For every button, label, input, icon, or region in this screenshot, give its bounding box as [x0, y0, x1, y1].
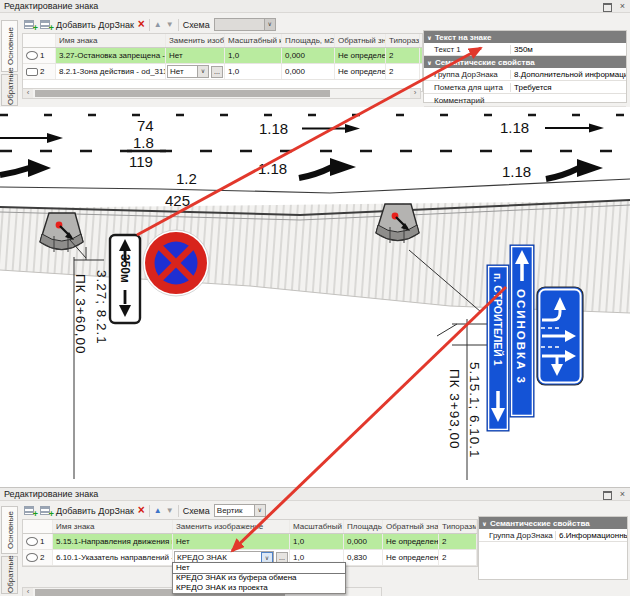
- collapse-icon[interactable]: ∨: [427, 59, 432, 66]
- scheme-label: Схема: [183, 506, 210, 516]
- scroll-left-icon[interactable]: ‹: [23, 588, 33, 596]
- col-reverse[interactable]: Обратный знак: [335, 34, 386, 47]
- dropdown-option[interactable]: КРЕДО ЗНАК из проекта: [173, 583, 345, 593]
- size-cell[interactable]: 2: [439, 534, 477, 549]
- sign-6-10-1-direction[interactable]: п. СТРОИТЕЛЕЙ 1 ОСИНОВКА 3: [487, 245, 534, 431]
- sign-3-27-no-stopping[interactable]: [143, 230, 209, 296]
- marking-label: 119: [129, 153, 153, 170]
- replace-cell[interactable]: Нет: [166, 48, 225, 63]
- sign-name-cell[interactable]: 3.27-Остановка запрещена - od_106: [56, 48, 166, 63]
- sign-name-cell[interactable]: 8.2.1-Зона действия - od_311: [56, 64, 166, 79]
- col-scale[interactable]: Масштабный ко: [290, 520, 344, 533]
- replace-cell[interactable]: Нет∨ ...: [166, 64, 225, 79]
- size-cell[interactable]: 2: [439, 550, 477, 565]
- sign-plate-8-2-1[interactable]: 350м: [110, 235, 140, 323]
- restore-icon[interactable]: [603, 3, 612, 14]
- combo-arrow-icon[interactable]: ∨: [197, 66, 208, 77]
- col-name[interactable]: Имя знака: [56, 34, 166, 47]
- col-area[interactable]: Площадь, м2: [282, 34, 335, 47]
- prop-value[interactable]: 350м: [510, 45, 626, 54]
- text-on-sign-header[interactable]: ∨Текст на знаке: [424, 31, 626, 43]
- prop-value[interactable]: Требуется: [510, 83, 626, 92]
- col-size[interactable]: Типораз: [386, 34, 420, 47]
- scale-cell[interactable]: 1,0: [290, 534, 344, 549]
- replace-combobox[interactable]: Нет∨: [167, 65, 209, 78]
- horizontal-scrollbar[interactable]: ‹ ›: [22, 88, 421, 99]
- scheme-select[interactable]: Вертик∨: [214, 504, 266, 517]
- area-cell: 0,000: [344, 534, 383, 549]
- move-down-icon[interactable]: ▼: [166, 506, 174, 516]
- col-size[interactable]: Типоразмер: [439, 520, 477, 533]
- marking-label: 1.2: [176, 170, 197, 187]
- size-cell[interactable]: 2: [386, 64, 420, 79]
- prop-value[interactable]: 6.Информационные: [555, 531, 627, 540]
- close-icon[interactable]: ×: [620, 490, 625, 499]
- semantic-props-header[interactable]: ∨Семантические свойства: [479, 517, 627, 529]
- toolbar: Добавить ДорЗнак × ▲ ▼ Схема Вертик∨: [24, 502, 266, 519]
- panel-title: Редактирование знака: [4, 1, 98, 11]
- close-icon[interactable]: ×: [620, 2, 625, 11]
- restore-icon[interactable]: [603, 491, 612, 502]
- delete-sign-icon[interactable]: ×: [138, 19, 145, 30]
- insert-row-icon-2[interactable]: [40, 19, 52, 30]
- scale-cell[interactable]: 1,0: [225, 48, 282, 63]
- semantic-props-header[interactable]: ∨Семантические свойства: [424, 56, 626, 68]
- tab-main-side[interactable]: Основные: [1, 20, 18, 72]
- panel-titlebar: Редактирование знака ×: [0, 0, 630, 13]
- tab-main-side[interactable]: Основные: [1, 506, 18, 554]
- sign-name-cell[interactable]: 5.15.1-Направления движения по полосам .…: [53, 534, 173, 549]
- dim-left-sign-codes: 3.27; 8.2.1: [94, 270, 109, 345]
- sign-editor-panel-top: Редактирование знака × Основные Обратные…: [0, 0, 630, 108]
- col-area[interactable]: Площадь,: [344, 520, 383, 533]
- collapse-icon[interactable]: ∨: [482, 520, 487, 527]
- move-up-icon[interactable]: ▲: [154, 506, 162, 516]
- tab-reverse-side[interactable]: Обратные: [1, 556, 18, 594]
- scroll-left-icon[interactable]: ‹: [23, 89, 33, 98]
- direction-text-stroiteley: п. СТРОИТЕЛЕЙ 1: [492, 273, 504, 366]
- insert-row-icon-1[interactable]: [24, 19, 36, 30]
- reverse-cell[interactable]: Не определено: [335, 64, 386, 79]
- sign-table: Имя знака Заменить изобра Масштабный ко …: [22, 33, 423, 92]
- insert-row-icon-2[interactable]: [40, 505, 52, 516]
- sign-5-15-1-lanes[interactable]: [537, 287, 583, 385]
- toolbar: Добавить ДорЗнак × ▲ ▼ Схема ∨: [24, 16, 276, 33]
- replace-cell[interactable]: Нет: [173, 534, 290, 549]
- area-cell: 0,830: [344, 550, 383, 565]
- insert-row-icon-1[interactable]: [24, 505, 36, 516]
- col-replace[interactable]: Заменить изобра: [166, 34, 225, 47]
- reverse-cell[interactable]: Не определено: [335, 48, 386, 63]
- sign-name-cell[interactable]: 6.10.1-Указатель направлений - od_233: [53, 550, 173, 565]
- scrollbar-thumb[interactable]: [35, 90, 330, 97]
- tab-reverse-side[interactable]: Обратные: [1, 74, 18, 106]
- table-header: Имя знака Заменить изображение Масштабны…: [23, 520, 477, 534]
- col-scale[interactable]: Масштабный ко: [225, 34, 282, 47]
- marking-label: 425: [165, 192, 190, 209]
- size-cell[interactable]: 2: [386, 48, 420, 63]
- reverse-cell[interactable]: Не определено: [383, 550, 439, 565]
- scroll-right-icon[interactable]: ›: [410, 89, 420, 98]
- table-row[interactable]: 1 5.15.1-Направления движения по полосам…: [23, 534, 477, 550]
- dropdown-option[interactable]: Нет: [173, 563, 345, 573]
- scheme-label: Схема: [183, 20, 210, 30]
- col-reverse[interactable]: Обратный знак: [383, 520, 439, 533]
- collapse-icon[interactable]: ∨: [427, 34, 432, 41]
- table-row[interactable]: 2 8.2.1-Зона действия - od_311 Нет∨ ... …: [23, 64, 422, 80]
- browse-button[interactable]: ...: [211, 66, 223, 78]
- dim-right-station: ПК 3+93,00: [447, 369, 462, 450]
- marking-label: 1.18: [500, 119, 529, 136]
- dropdown-option[interactable]: КРЕДО ЗНАК из буфера обмена: [173, 573, 345, 583]
- add-dorznak-button[interactable]: Добавить ДорЗнак: [56, 20, 134, 30]
- delete-sign-icon[interactable]: ×: [138, 505, 145, 516]
- prop-value[interactable]: 8.Дополнительной информации: [510, 70, 626, 79]
- col-replace[interactable]: Заменить изображение: [173, 520, 290, 533]
- plan-view[interactable]: 74 1.8 119 1.2 425 1.18 1.18 1.18 1.18 3…: [0, 107, 630, 487]
- add-dorznak-button[interactable]: Добавить ДорЗнак: [56, 506, 134, 516]
- app-root: { "colors":{"row_highlight":"#b9eb9f","s…: [0, 0, 630, 596]
- move-up-icon[interactable]: ▲: [154, 20, 162, 30]
- reverse-cell[interactable]: Не определено: [383, 534, 439, 549]
- scale-cell[interactable]: 1,0: [225, 64, 282, 79]
- table-row[interactable]: 1 3.27-Остановка запрещена - od_106 Нет …: [23, 48, 422, 64]
- panel-title: Редактирование знака: [4, 489, 98, 499]
- move-down-icon[interactable]: ▼: [166, 20, 174, 30]
- col-name[interactable]: Имя знака: [53, 520, 173, 533]
